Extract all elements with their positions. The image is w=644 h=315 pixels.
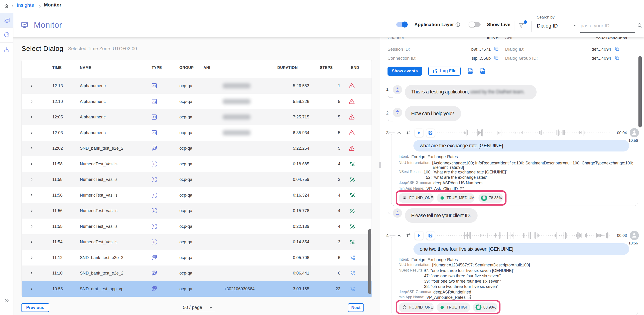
svg-text:JSON: JSON	[468, 71, 472, 73]
svg-text:1,: 1,	[153, 194, 155, 197]
svg-text:1,: 1,	[153, 178, 155, 181]
svg-text:RTF: RTF	[481, 71, 485, 73]
svg-text:1,: 1,	[153, 241, 155, 244]
svg-text:A1: A1	[152, 116, 156, 119]
svg-text:1,: 1,	[153, 209, 155, 213]
svg-text:A1: A1	[152, 131, 156, 135]
svg-text:A1: A1	[152, 100, 156, 103]
svg-text:A1: A1	[152, 84, 156, 88]
svg-text:1,: 1,	[153, 225, 155, 228]
svg-text:1,: 1,	[153, 162, 155, 166]
